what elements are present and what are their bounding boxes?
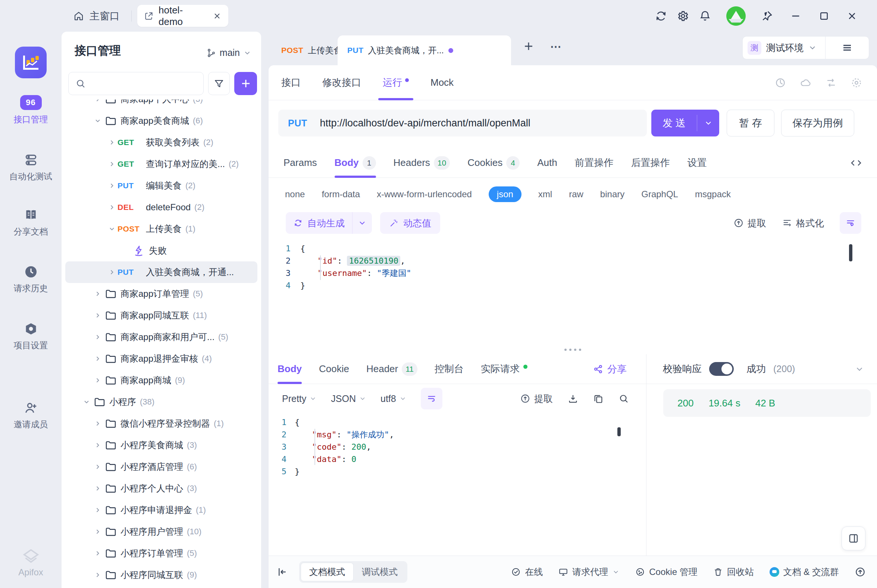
chevron-right-icon[interactable]: [108, 204, 116, 211]
chevron-right-icon[interactable]: [94, 441, 102, 449]
word-wrap-icon[interactable]: [840, 212, 861, 234]
pretty-select[interactable]: Pretty: [282, 393, 317, 404]
chevron-right-icon[interactable]: [94, 99, 102, 103]
subtab-运行[interactable]: 运行: [383, 65, 409, 100]
subtab-修改接口[interactable]: 修改接口: [322, 65, 361, 100]
format-select[interactable]: JSON: [331, 393, 366, 404]
panel-splitter[interactable]: [269, 345, 877, 354]
tree-folder[interactable]: 商家app商城(9): [65, 369, 257, 391]
filter-button[interactable]: [208, 72, 230, 95]
recycle-bin-button[interactable]: 回收站: [713, 566, 754, 578]
chevron-right-icon[interactable]: [94, 420, 102, 427]
main-window-button[interactable]: 主窗口: [73, 0, 120, 32]
response-extract-button[interactable]: 提取: [520, 393, 553, 405]
tree-folder[interactable]: 微信小程序登录控制器(1): [65, 413, 257, 434]
request-tab-前置操作[interactable]: 前置操作: [575, 148, 614, 178]
tree-folder[interactable]: 小程序用户管理(10): [65, 521, 257, 543]
close-tab-icon[interactable]: [213, 12, 222, 21]
project-logo[interactable]: [15, 46, 47, 78]
response-tab-实际请求[interactable]: 实际请求: [481, 354, 527, 384]
performance-icon[interactable]: [775, 77, 786, 88]
subtab-Mock[interactable]: Mock: [431, 65, 454, 100]
sync-icon[interactable]: [655, 10, 667, 22]
tree-endpoint[interactable]: PUT编辑美食(2): [65, 175, 257, 196]
cookie-manager-button[interactable]: Cookie 管理: [635, 566, 697, 578]
rail-item-clock[interactable]: 请求历史: [0, 265, 62, 294]
tree-endpoint[interactable]: GET查询订单对应的美...(2): [65, 153, 257, 175]
rail-item-book[interactable]: 分享文档: [0, 208, 62, 237]
download-icon[interactable]: [568, 393, 578, 404]
chevron-right-icon[interactable]: [108, 160, 116, 168]
response-tab-Body[interactable]: Body: [278, 354, 302, 384]
user-avatar[interactable]: [726, 6, 746, 26]
minimize-button[interactable]: [790, 10, 802, 22]
doc-tab-active[interactable]: PUT入驻美食商城，开...: [338, 35, 511, 65]
send-button[interactable]: 发 送: [651, 110, 719, 136]
tree-folder[interactable]: 商家app商家和用户可...(5): [65, 326, 257, 348]
chevron-right-icon[interactable]: [94, 485, 102, 492]
new-tab-button[interactable]: [522, 40, 535, 52]
response-body-viewer[interactable]: 1{2"msg": "操作成功",3"code": 200,4"data": 0…: [269, 414, 646, 555]
format-button[interactable]: 格式化: [782, 217, 824, 229]
request-tab-Params[interactable]: Params: [284, 148, 317, 178]
body-type-binary[interactable]: binary: [600, 189, 625, 200]
compare-icon[interactable]: [826, 77, 837, 88]
code-view-icon[interactable]: [850, 148, 862, 178]
chevron-right-icon[interactable]: [94, 463, 102, 471]
request-tab-Cookies[interactable]: Cookies4: [467, 148, 520, 178]
tree-case[interactable]: 失败: [65, 240, 257, 261]
tree-endpoint[interactable]: PUT入驻美食商城，开通...: [65, 261, 257, 283]
chevron-right-icon[interactable]: [94, 550, 102, 557]
tree-endpoint[interactable]: POST上传美食(1): [65, 218, 257, 240]
body-type-xml[interactable]: xml: [538, 189, 552, 200]
auto-generate-button[interactable]: 自动生成: [286, 212, 372, 234]
chevron-right-icon[interactable]: [94, 376, 102, 384]
response-tab-控制台[interactable]: 控制台: [435, 354, 464, 384]
request-tab-Auth[interactable]: Auth: [537, 148, 557, 178]
rail-item-person[interactable]: 邀请成员: [0, 401, 62, 430]
request-tab-后置操作[interactable]: 后置操作: [631, 148, 670, 178]
chevron-down-icon[interactable]: [854, 364, 864, 374]
chevron-right-icon[interactable]: [94, 290, 102, 297]
run-settings-icon[interactable]: [851, 77, 862, 88]
tree-folder[interactable]: 商家app美食商城(6): [65, 110, 257, 132]
body-type-GraphQL[interactable]: GraphQL: [641, 189, 678, 200]
online-status[interactable]: 在线: [511, 566, 543, 578]
environment-menu-icon[interactable]: [826, 42, 869, 53]
collapse-sidebar-icon[interactable]: [277, 566, 288, 578]
search-icon[interactable]: [619, 393, 629, 404]
tree-folder[interactable]: 小程序美食商城(3): [65, 434, 257, 456]
tree-folder[interactable]: 小程序(38): [65, 391, 257, 413]
request-proxy-button[interactable]: 请求代理: [559, 566, 620, 578]
debug-mode-button[interactable]: 调试模式: [354, 562, 406, 581]
word-wrap-icon[interactable]: [421, 388, 442, 410]
chevron-right-icon[interactable]: [108, 182, 116, 189]
response-tab-Cookie[interactable]: Cookie: [319, 354, 349, 384]
project-tab[interactable]: hotel-demo: [137, 5, 228, 27]
body-type-json[interactable]: json: [489, 186, 521, 202]
pin-icon[interactable]: [761, 10, 773, 22]
dynamic-value-button[interactable]: 动态值: [380, 212, 440, 234]
tab-overflow-button[interactable]: ⋯: [550, 40, 562, 53]
rail-item-stack[interactable]: 自动化测试: [0, 153, 62, 182]
body-type-none[interactable]: none: [285, 189, 305, 200]
request-url-input[interactable]: PUT http://localhost/dev-api/merchant/ma…: [278, 110, 647, 136]
tree-folder[interactable]: 小程序个人中心(3): [65, 478, 257, 499]
chevron-right-icon[interactable]: [94, 506, 102, 514]
response-tab-Header[interactable]: Header11: [366, 354, 417, 384]
doc-mode-button[interactable]: 文档模式: [301, 562, 354, 581]
layout-toggle-button[interactable]: [842, 526, 865, 550]
environment-selector[interactable]: 测 测试环境: [742, 36, 869, 59]
settings-gear-icon[interactable]: [677, 10, 689, 22]
editor-scrollbar[interactable]: [849, 244, 852, 261]
chevron-right-icon[interactable]: [94, 528, 102, 536]
maximize-button[interactable]: [818, 10, 830, 22]
body-type-raw[interactable]: raw: [569, 189, 583, 200]
extract-button[interactable]: 提取: [733, 217, 766, 229]
tree-folder[interactable]: 小程序酒店管理(6): [65, 456, 257, 478]
docs-community-button[interactable]: 文档 & 交流群: [770, 566, 839, 578]
chevron-right-icon[interactable]: [94, 333, 102, 341]
cloud-icon[interactable]: [800, 77, 811, 88]
share-button[interactable]: 分享: [593, 354, 627, 384]
chevron-right-icon[interactable]: [94, 312, 102, 319]
